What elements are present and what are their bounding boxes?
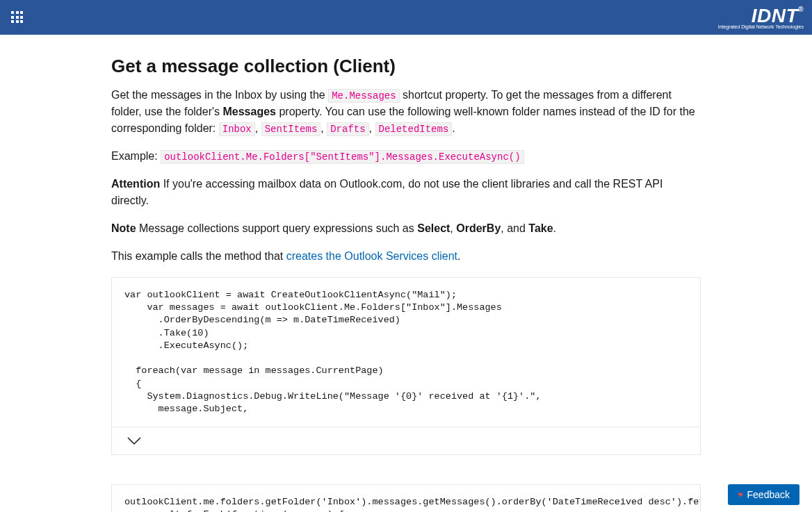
brand-logo: IDNT® Integrated Digital Network Technol… (718, 6, 804, 29)
code-content: var outlookClient = await CreateOutlookC… (112, 278, 700, 427)
inline-code: Me.Messages (328, 89, 399, 103)
top-nav-bar: IDNT® Integrated Digital Network Technol… (0, 0, 812, 35)
waffle-menu-icon[interactable] (8, 8, 26, 26)
feedback-button[interactable]: ♥ Feedback (728, 484, 799, 505)
brand-text: IDNT (752, 5, 798, 26)
note-paragraph: Note Message collections support query e… (111, 220, 701, 237)
link-paragraph: This example calls the method that creat… (111, 248, 701, 265)
feedback-label: Feedback (747, 489, 790, 500)
intro-paragraph: Get the messages in the Inbox by using t… (111, 87, 701, 137)
attention-paragraph: Attention If you're accessing mailbox da… (111, 176, 701, 209)
outlook-client-link[interactable]: creates the Outlook Services client (286, 250, 457, 262)
brand-tagline: Integrated Digital Network Technologies (718, 24, 804, 29)
page-title: Get a message collection (Client) (111, 56, 701, 77)
inline-code: Drafts (327, 122, 368, 136)
inline-code: SentItems (261, 122, 321, 136)
inline-code: DeletedItems (375, 122, 453, 136)
code-content: outlookClient.me.folders.getFolder('Inbo… (112, 485, 700, 512)
example-paragraph: Example: outlookClient.Me.Folders["SentI… (111, 148, 701, 165)
chevron-down-icon (127, 437, 141, 445)
inline-code: Inbox (219, 122, 255, 136)
code-block-2: outlookClient.me.folders.getFolder('Inbo… (111, 484, 701, 512)
inline-code: outlookClient.Me.Folders["SentItems"].Me… (161, 150, 523, 164)
article-container: Get a message collection (Client) Get th… (111, 35, 701, 512)
code-block-1: var outlookClient = await CreateOutlookC… (111, 277, 701, 455)
heart-icon: ♥ (738, 490, 742, 499)
expand-code-button[interactable] (112, 427, 700, 454)
